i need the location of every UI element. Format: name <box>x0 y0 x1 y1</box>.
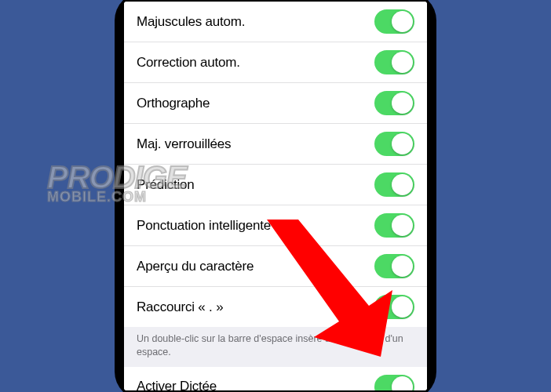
section-footer-note: Un double-clic sur la barre d'espace ins… <box>124 327 427 367</box>
row-auto-capitalize[interactable]: Majuscules autom. <box>124 2 427 42</box>
toggle-predictive[interactable] <box>374 172 414 197</box>
toggle-spellcheck[interactable] <box>374 91 414 115</box>
row-label: Raccourci « . » <box>137 299 223 315</box>
phone-frame: Majuscules autom. Correction autom. Orth… <box>115 0 436 392</box>
screen: Majuscules autom. Correction autom. Orth… <box>124 2 427 390</box>
toggle-caps-lock[interactable] <box>374 132 414 156</box>
row-auto-correction[interactable]: Correction autom. <box>124 42 427 83</box>
row-smart-punctuation[interactable]: Ponctuation intelligente <box>124 205 427 246</box>
row-label: Majuscules autom. <box>137 14 245 30</box>
row-label: Activer Dictée <box>137 379 217 390</box>
toggle-auto-capitalize[interactable] <box>374 9 414 34</box>
toggle-smart-punctuation[interactable] <box>374 213 414 238</box>
row-label: Aperçu du caractère <box>137 259 254 274</box>
row-predictive[interactable]: Prédiction <box>124 165 427 205</box>
row-label: Prédiction <box>137 177 195 193</box>
settings-section: Majuscules autom. Correction autom. Orth… <box>124 2 427 327</box>
row-label: Maj. verrouillées <box>137 136 231 152</box>
toggle-auto-correction[interactable] <box>374 50 414 74</box>
row-label: Orthographe <box>137 96 210 111</box>
row-character-preview[interactable]: Aperçu du caractère <box>124 246 427 287</box>
toggle-period-shortcut[interactable] <box>374 295 414 319</box>
row-spellcheck[interactable]: Orthographe <box>124 83 427 124</box>
row-label: Correction autom. <box>137 55 240 71</box>
row-label: Ponctuation intelligente <box>137 218 271 234</box>
toggle-enable-dictation[interactable] <box>374 375 414 390</box>
dictation-section: Activer Dictée Dictée et confidentialité… <box>124 367 427 390</box>
toggle-character-preview[interactable] <box>374 254 414 278</box>
row-enable-dictation[interactable]: Activer Dictée <box>124 367 427 390</box>
row-caps-lock[interactable]: Maj. verrouillées <box>124 124 427 165</box>
row-period-shortcut[interactable]: Raccourci « . » <box>124 287 427 327</box>
